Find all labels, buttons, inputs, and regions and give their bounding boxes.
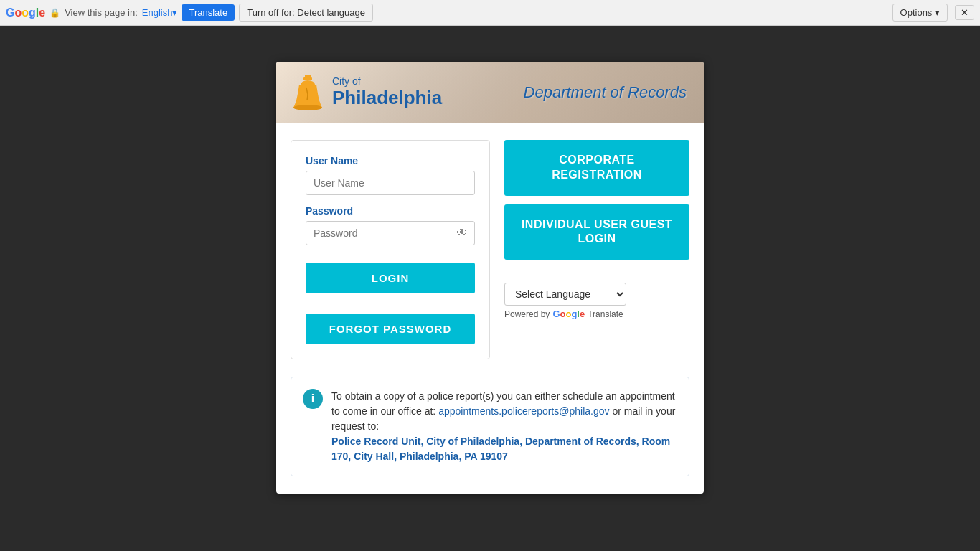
language-select-wrapper: Select Language: [504, 283, 689, 306]
city-of-label: City of: [332, 75, 442, 88]
info-section: i To obtain a copy of a police report(s)…: [291, 377, 689, 476]
password-label: Password: [306, 205, 475, 217]
view-page-text: View this page in:: [65, 7, 138, 18]
mailing-address: Police Record Unit, City of Philadelphia…: [331, 435, 670, 462]
username-input[interactable]: [306, 171, 475, 195]
liberty-bell-icon: [291, 72, 325, 112]
email-link[interactable]: appointments.policereports@phila.gov: [438, 405, 612, 417]
login-form: User Name Password 👁 LOGIN FORGOT PASSWO…: [291, 140, 490, 359]
info-text: To obtain a copy of a police report(s) y…: [331, 389, 677, 464]
philadelphia-label: Philadelphia: [332, 87, 442, 109]
close-translate-button[interactable]: ✕: [955, 5, 974, 20]
forgot-password-button[interactable]: FORGOT PASSWORD: [306, 314, 475, 344]
page-background: City of Philadelphia Department of Recor…: [0, 26, 980, 515]
logo-area: City of Philadelphia: [291, 72, 442, 112]
department-records-label: Department of Records: [524, 83, 687, 102]
svg-rect-1: [303, 77, 312, 80]
card-body: User Name Password 👁 LOGIN FORGOT PASSWO…: [276, 123, 704, 377]
google-small-logo: Google: [552, 309, 585, 319]
password-input[interactable]: [306, 221, 475, 245]
powered-by-text: Powered by Google Translate: [504, 309, 689, 319]
info-icon: i: [303, 389, 323, 409]
translate-button[interactable]: Translate: [182, 4, 235, 21]
language-select[interactable]: Select Language: [504, 283, 626, 306]
svg-rect-4: [306, 108, 309, 110]
show-password-icon[interactable]: 👁: [456, 227, 468, 240]
individual-guest-login-button[interactable]: INDIVIDUAL USER GUEST LOGIN: [504, 204, 689, 260]
main-card: City of Philadelphia Department of Recor…: [276, 62, 704, 494]
city-text: City of Philadelphia: [332, 75, 442, 110]
banner-header: City of Philadelphia Department of Recor…: [276, 62, 704, 123]
turnoff-button[interactable]: Turn off for: Detect language: [239, 4, 373, 22]
google-logo: Google: [6, 6, 45, 19]
options-button[interactable]: Options ▾: [892, 4, 948, 22]
corporate-registration-button[interactable]: CORPORATE REGISTRATION: [504, 140, 689, 196]
login-button[interactable]: LOGIN: [306, 263, 475, 293]
language-link[interactable]: English▾: [142, 7, 178, 18]
password-wrapper: 👁: [306, 221, 475, 245]
username-label: User Name: [306, 155, 475, 166]
translate-bar: Google 🔒 View this page in: English▾ Tra…: [0, 0, 980, 26]
lock-icon: 🔒: [50, 8, 60, 18]
language-area: Select Language Powered by Google Transl…: [504, 283, 689, 319]
right-side-panel: CORPORATE REGISTRATION INDIVIDUAL USER G…: [504, 140, 689, 359]
